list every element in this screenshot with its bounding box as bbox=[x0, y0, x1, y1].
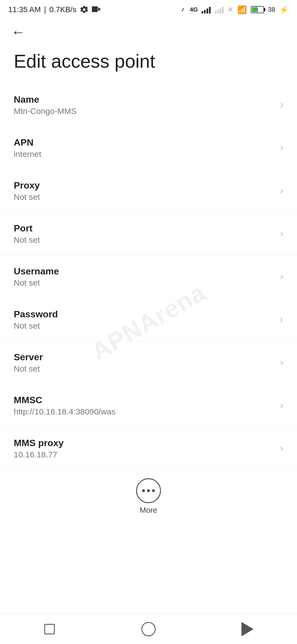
nav-back-button[interactable] bbox=[235, 617, 260, 642]
settings-item-proxy[interactable]: Proxy Not set › bbox=[0, 170, 297, 212]
chevron-proxy: › bbox=[280, 185, 283, 197]
chevron-password: › bbox=[280, 314, 283, 325]
settings-label-name: Name bbox=[14, 94, 274, 105]
battery-percent: 38 bbox=[268, 6, 275, 13]
settings-value-server: Not set bbox=[14, 364, 274, 373]
svg-rect-0 bbox=[92, 6, 98, 12]
battery-fill bbox=[252, 7, 258, 12]
settings-label-username: Username bbox=[14, 266, 274, 277]
more-label: More bbox=[140, 506, 157, 515]
network-4g: 4G bbox=[190, 6, 198, 13]
settings-item-server[interactable]: Server Not set › bbox=[0, 341, 297, 384]
settings-item-mmsc[interactable]: MMSC http://10.16.18.4:38090/was › bbox=[0, 384, 297, 427]
settings-item-username-content: Username Not set bbox=[14, 266, 274, 288]
nav-recents-button[interactable] bbox=[37, 617, 62, 642]
settings-item-password[interactable]: Password Not set › bbox=[0, 298, 297, 341]
bluetooth-icon bbox=[180, 6, 186, 14]
settings-item-name-content: Name Mtn-Congo-MMS bbox=[14, 94, 274, 116]
chevron-mmsc: › bbox=[280, 400, 283, 411]
settings-item-port-content: Port Not set bbox=[14, 223, 274, 245]
settings-value-port: Not set bbox=[14, 235, 274, 245]
settings-value-mmsc: http://10.16.18.4:38090/was bbox=[14, 407, 274, 416]
settings-item-name[interactable]: Name Mtn-Congo-MMS › bbox=[0, 84, 297, 127]
more-dot-3 bbox=[152, 489, 155, 492]
settings-item-port[interactable]: Port Not set › bbox=[0, 212, 297, 255]
nav-triangle-icon bbox=[241, 622, 254, 636]
chevron-port: › bbox=[280, 228, 283, 239]
settings-item-proxy-content: Proxy Not set bbox=[14, 180, 274, 202]
settings-value-apn: internet bbox=[14, 149, 274, 159]
settings-icon bbox=[80, 5, 89, 14]
more-dots-icon bbox=[142, 489, 155, 492]
settings-list: Name Mtn-Congo-MMS › APN internet › Prox… bbox=[0, 84, 297, 470]
speed-value: 0.7KB/s bbox=[50, 5, 76, 14]
video-icon bbox=[92, 6, 102, 13]
page-title: Edit access point bbox=[0, 42, 297, 84]
time-display: 11:35 AM bbox=[8, 5, 41, 14]
back-button[interactable]: ← bbox=[11, 24, 25, 40]
settings-label-port: Port bbox=[14, 223, 274, 234]
more-button[interactable] bbox=[136, 478, 161, 503]
speed-display: | bbox=[44, 5, 46, 14]
settings-value-mms-proxy: 10.16.18.77 bbox=[14, 450, 274, 459]
signal-bars-secondary bbox=[215, 6, 224, 13]
nav-square-icon bbox=[44, 624, 55, 634]
chevron-name: › bbox=[280, 99, 283, 111]
settings-value-password: Not set bbox=[14, 321, 274, 331]
chevron-server: › bbox=[280, 357, 283, 368]
bottom-nav bbox=[0, 614, 297, 644]
settings-item-mms-proxy[interactable]: MMS proxy 10.16.18.77 › bbox=[0, 427, 297, 470]
settings-value-name: Mtn-Congo-MMS bbox=[14, 107, 274, 116]
settings-label-mms-proxy: MMS proxy bbox=[14, 438, 274, 448]
settings-label-proxy: Proxy bbox=[14, 180, 274, 191]
more-dot-1 bbox=[142, 489, 145, 492]
settings-label-apn: APN bbox=[14, 137, 274, 148]
signal-bars-primary bbox=[202, 6, 211, 13]
more-button-area: More bbox=[0, 470, 297, 520]
top-nav: ← bbox=[0, 19, 297, 42]
settings-item-mms-proxy-content: MMS proxy 10.16.18.77 bbox=[14, 438, 274, 459]
settings-item-mmsc-content: MMSC http://10.16.18.4:38090/was bbox=[14, 395, 274, 416]
settings-item-apn-content: APN internet bbox=[14, 137, 274, 159]
battery-indicator bbox=[251, 6, 264, 13]
settings-label-server: Server bbox=[14, 352, 274, 362]
chevron-mms-proxy: › bbox=[280, 443, 283, 454]
settings-label-password: Password bbox=[14, 309, 274, 320]
status-right: 4G ✕ 📶 38 ⚡ bbox=[180, 5, 289, 14]
charging-icon: ⚡ bbox=[279, 5, 289, 14]
status-left: 11:35 AM | 0.7KB/s bbox=[8, 5, 102, 14]
more-dot-2 bbox=[147, 489, 150, 492]
settings-label-mmsc: MMSC bbox=[14, 395, 274, 405]
settings-value-username: Not set bbox=[14, 278, 274, 288]
settings-value-proxy: Not set bbox=[14, 192, 274, 202]
settings-item-username[interactable]: Username Not set › bbox=[0, 255, 297, 298]
svg-marker-1 bbox=[98, 7, 101, 11]
nav-home-button[interactable] bbox=[136, 617, 161, 642]
settings-item-server-content: Server Not set bbox=[14, 352, 274, 373]
status-bar: 11:35 AM | 0.7KB/s 4G ✕ 📶 38 ⚡ bbox=[0, 0, 297, 19]
settings-item-apn[interactable]: APN internet › bbox=[0, 127, 297, 170]
settings-item-password-content: Password Not set bbox=[14, 309, 274, 331]
no-signal-icon: ✕ bbox=[227, 6, 233, 14]
chevron-username: › bbox=[280, 271, 283, 282]
wifi-icon: 📶 bbox=[237, 5, 247, 14]
nav-circle-icon bbox=[141, 622, 156, 636]
chevron-apn: › bbox=[280, 142, 283, 154]
